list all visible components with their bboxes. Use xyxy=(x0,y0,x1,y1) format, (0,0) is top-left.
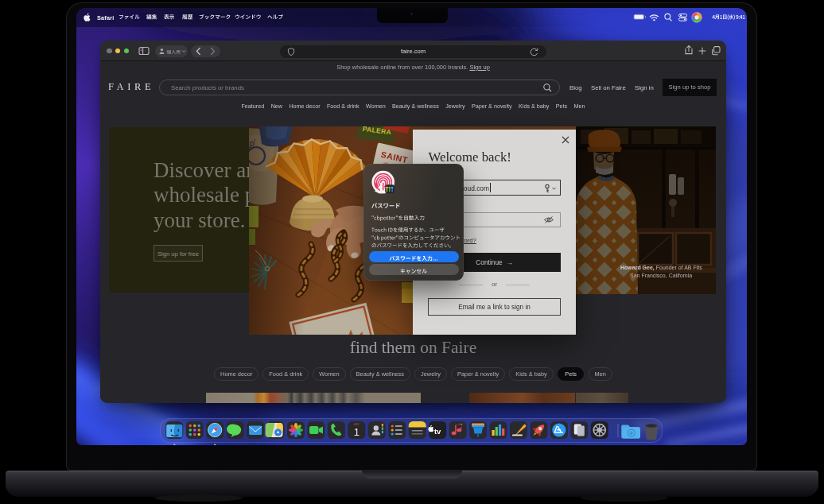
svg-text:1: 1 xyxy=(354,426,360,438)
svg-text:San Francisco, California: San Francisco, California xyxy=(630,273,692,278)
svg-text:4月: 4月 xyxy=(354,422,360,426)
svg-text:Howard Gee, Founder of AB Fits: Howard Gee, Founder of AB Fits xyxy=(620,265,702,271)
svg-text:tv: tv xyxy=(434,427,441,436)
